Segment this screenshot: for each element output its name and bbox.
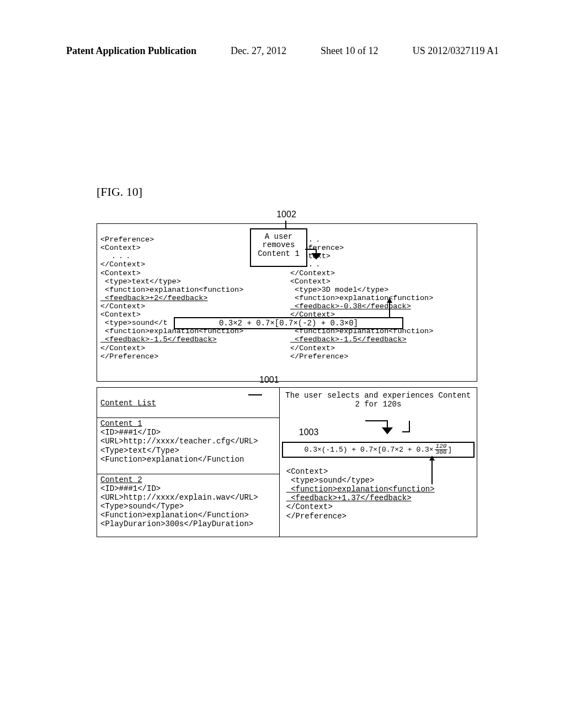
content-1: Content 1 <ID>###1</ID> <URL>http://xxxx… bbox=[97, 417, 279, 464]
ref-1001: 1001 bbox=[259, 375, 279, 385]
xml-line: <type>text</type> bbox=[100, 277, 181, 286]
xml-line: <feedback>+1.37</feedback> bbox=[286, 494, 412, 502]
content-2: Content 2 <ID>###1</ID> <URL>http://xxxx… bbox=[97, 474, 279, 530]
xml-line: </Preference> bbox=[100, 352, 158, 361]
xml-line: <feedback>-1.5</feedback> bbox=[100, 335, 217, 344]
patent-page: Patent Application Publication Dec. 27, … bbox=[0, 0, 565, 728]
bottom-row: Content List Content 1 <ID>###1</ID> <UR… bbox=[97, 387, 477, 537]
xml-line: <URL>http://xxxx/explain.wav</URL> bbox=[100, 493, 258, 502]
arrow-icon bbox=[305, 247, 327, 266]
pub-date: Dec. 27, 2012 bbox=[231, 45, 286, 57]
formula-2-pre: 0.3×(-1.5) + 0.7×[0.7×2 + 0.3× bbox=[305, 446, 434, 454]
sheet-number: Sheet 10 of 12 bbox=[321, 45, 378, 57]
page-header: Patent Application Publication Dec. 27, … bbox=[66, 45, 499, 57]
xml-line: </Context> bbox=[100, 344, 145, 352]
xml-line: <URL>http://xxxx/teacher.cfg</URL> bbox=[100, 437, 258, 446]
xml-line: <function>explanation<function> bbox=[100, 286, 243, 294]
pub-title: Patent Application Publication bbox=[66, 45, 196, 57]
xml-line: <feedback>+2</feedback> bbox=[100, 294, 207, 302]
content-list-title: Content List bbox=[97, 397, 279, 409]
content-2-name: Content 2 bbox=[100, 475, 142, 484]
user-removes-label: A user removes Content 1 bbox=[250, 228, 307, 267]
content-1-name: Content 1 bbox=[100, 419, 142, 428]
xml-line: <Context> bbox=[100, 244, 141, 252]
xml-line: <Context> bbox=[290, 277, 331, 286]
xml-line: <type>sound</type> bbox=[286, 476, 375, 485]
xml-line: </Preference> bbox=[286, 512, 347, 521]
xml-line: </Context> bbox=[100, 260, 145, 269]
xml-line: <Function>explanation</Function bbox=[100, 455, 244, 464]
xml-line: <Type>sound</Type> bbox=[100, 502, 184, 511]
xml-line: <PlayDurarion>300s</PlayDuration> bbox=[100, 520, 253, 528]
right-bottom-panel: The user selects and experiences Content… bbox=[280, 388, 477, 537]
content-list: Content List Content 1 <ID>###1</ID> <UR… bbox=[97, 388, 280, 537]
xml-line: <Function>explanation</Function> bbox=[100, 511, 249, 520]
context-snippet: <Context> <type>sound</type> <function>e… bbox=[286, 458, 435, 529]
xml-line: <ID>###1</ID> bbox=[100, 428, 161, 437]
xml-line: <function>explanation<function> bbox=[286, 485, 435, 494]
user-selects-label: The user selects and experiences Content… bbox=[280, 388, 477, 410]
formula-2: 0.3×(-1.5) + 0.7×[0.7×2 + 0.3× 120 300 ] bbox=[282, 442, 475, 458]
ref-1003: 1003 bbox=[299, 427, 319, 437]
xml-line: </Context> bbox=[290, 269, 335, 277]
xml-line: </Context> bbox=[286, 502, 333, 511]
ref-1002: 1002 bbox=[276, 210, 296, 220]
formula-2-post: ] bbox=[447, 446, 452, 454]
xml-line: <ID>###1</ID> bbox=[100, 484, 161, 493]
xml-line: <Type>text</Type> bbox=[100, 446, 179, 455]
fraction: 120 300 bbox=[435, 444, 448, 456]
figure-label: [FIG. 10] bbox=[97, 185, 142, 199]
xml-line: </Context> bbox=[100, 302, 145, 311]
fraction-den: 300 bbox=[435, 450, 448, 456]
xml-line: <Context> bbox=[100, 269, 141, 277]
xml-line: </Context> bbox=[290, 344, 335, 352]
xml-line: <type>3D model</type> bbox=[290, 286, 388, 294]
xml-line: ... bbox=[111, 252, 133, 260]
xml-line: <Preference> bbox=[100, 235, 154, 244]
formula-1: 0.3×2 + 0.7×[0.7×(-2) + 0.3×0] bbox=[174, 317, 403, 329]
xml-line: <feedback>-1.5</feedback> bbox=[290, 335, 407, 344]
xml-line: <type>sound</t bbox=[100, 319, 168, 327]
xml-line: <function>explanation<function> bbox=[290, 294, 433, 302]
xml-line: </Preference> bbox=[290, 352, 348, 361]
xml-line: <Context> bbox=[100, 311, 141, 319]
arrow-up-icon bbox=[389, 299, 401, 318]
down-arrow-icon bbox=[360, 418, 415, 437]
xml-line: <Context> bbox=[286, 467, 328, 476]
pub-number: US 2012/0327119 A1 bbox=[413, 45, 499, 57]
